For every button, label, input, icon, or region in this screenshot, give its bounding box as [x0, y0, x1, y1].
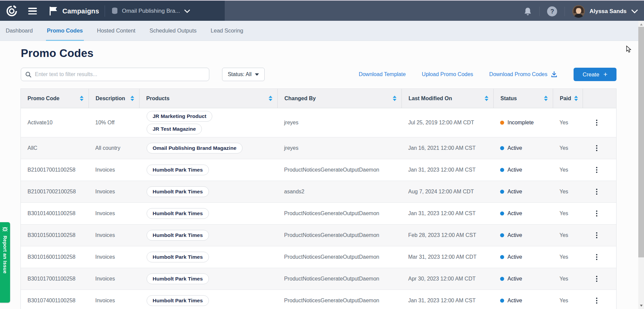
- row-actions-kebab-menu[interactable]: [594, 165, 599, 175]
- products-cell: Humbolt Park Times: [139, 159, 277, 181]
- sort-icon[interactable]: [130, 96, 135, 101]
- paid-cell-text: Yes: [559, 189, 568, 195]
- tab-scheduled-outputs[interactable]: Scheduled Outputs: [150, 21, 197, 41]
- column-header-status[interactable]: Status: [493, 89, 553, 108]
- tab-hosted-content[interactable]: Hosted Content: [97, 21, 136, 41]
- status-label: Active: [507, 298, 522, 304]
- paid-cell: Yes: [553, 268, 583, 290]
- column-header-paid[interactable]: Paid: [553, 89, 583, 108]
- tab-dashboard[interactable]: Dashboard: [6, 21, 33, 41]
- changed-by-cell-text: ProductNoticesGenerateOutputDaemon: [284, 298, 379, 304]
- download-template-link[interactable]: Download Template: [359, 71, 406, 77]
- status-dot: [500, 211, 504, 215]
- changed-by-cell-text: asands2: [284, 189, 305, 195]
- row-actions-kebab-menu[interactable]: [594, 143, 599, 153]
- row-actions-kebab-menu[interactable]: [594, 208, 599, 219]
- app-section-title: Campaigns: [62, 7, 99, 15]
- tab-promo-codes[interactable]: Promo Codes: [47, 21, 83, 41]
- last-modified-cell-text: Jan 31, 2023 12:00 AM CST: [408, 210, 476, 217]
- row-actions-kebab-menu[interactable]: [594, 274, 599, 284]
- row-actions-kebab-menu[interactable]: [594, 187, 599, 197]
- sort-icon[interactable]: [574, 96, 578, 101]
- status-cell: Active: [493, 203, 553, 224]
- report-an-issue-tab[interactable]: Report an Issue: [0, 222, 10, 303]
- description-cell-text: Invoices: [95, 254, 115, 260]
- products-cell: Humbolt Park Times: [139, 181, 277, 202]
- scrollbar-thumb[interactable]: [638, 27, 644, 257]
- sort-icon[interactable]: [268, 96, 273, 101]
- changed-by-cell-text: ProductNoticesGenerateOutputDaemon: [284, 167, 379, 173]
- scrollbar-down-arrow[interactable]: [638, 303, 644, 308]
- last-modified-cell-text: Jan 31, 2023 12:00 AM CST: [408, 298, 476, 304]
- product-pill: JR Marketing Product: [147, 111, 212, 122]
- caret-down-icon: [255, 73, 259, 76]
- status-label: Active: [507, 254, 522, 260]
- menu-hamburger-icon[interactable]: [28, 8, 37, 14]
- paid-cell: Yes: [553, 159, 583, 181]
- last-modified-cell-text: Feb 28, 2023 12:00 AM CST: [408, 232, 476, 238]
- paid-cell: Yes: [553, 246, 583, 268]
- changed-by-cell-text: ProductNoticesGenerateOutputDaemon: [284, 276, 379, 282]
- search-input[interactable]: [35, 71, 205, 77]
- description-cell-text: All country: [95, 145, 120, 151]
- column-header-description[interactable]: Description: [89, 89, 139, 108]
- actions-cell: [583, 225, 616, 246]
- description-cell-text: Invoices: [95, 167, 115, 173]
- user-menu-chevron-icon[interactable]: [631, 9, 638, 13]
- products-cell: Humbolt Park Times: [139, 225, 277, 246]
- row-actions-kebab-menu[interactable]: [594, 252, 599, 262]
- column-label: Status: [500, 96, 517, 102]
- status-label: Active: [507, 232, 522, 238]
- search-icon: [25, 71, 32, 78]
- upload-promo-codes-link[interactable]: Upload Promo Codes: [422, 71, 473, 77]
- download-promo-codes-link[interactable]: Download Promo Codes: [489, 71, 557, 78]
- sort-icon[interactable]: [544, 96, 548, 101]
- actions-cell: [583, 159, 616, 181]
- sort-icon[interactable]: [392, 96, 397, 101]
- help-icon[interactable]: ?: [547, 6, 557, 16]
- status-cell: Incomplete: [493, 108, 553, 137]
- last-modified-cell: Jan 16, 2021 12:00 AM CST: [401, 137, 493, 159]
- paid-cell-text: Yes: [559, 276, 568, 282]
- column-header-products[interactable]: Products: [139, 89, 277, 108]
- paid-cell: Yes: [553, 225, 583, 246]
- last-modified-cell: Jan 31, 2023 12:00 AM CST: [401, 159, 493, 181]
- changed-by-cell: ProductNoticesGenerateOutputDaemon: [277, 290, 401, 309]
- notifications-bell-icon[interactable]: [524, 7, 532, 16]
- status-label: Active: [507, 167, 522, 173]
- promo-code-cell-text: B301017001100258: [28, 276, 75, 282]
- filter-search-box: [21, 68, 209, 81]
- table-row: B210017002100258InvoicesHumbolt Park Tim…: [21, 181, 616, 203]
- user-avatar[interactable]: [572, 5, 585, 18]
- changed-by-cell: jreyes: [277, 137, 401, 159]
- toolbar-actions: Download Template Upload Promo Codes Dow…: [359, 68, 616, 81]
- column-header-last-modified-on[interactable]: Last Modified On: [401, 89, 493, 108]
- omeda-logo-icon: [5, 5, 18, 17]
- row-actions-kebab-menu[interactable]: [594, 118, 599, 128]
- sort-icon[interactable]: [484, 96, 489, 101]
- status-label: Active: [507, 210, 522, 217]
- table-row: B301017001100258InvoicesHumbolt Park Tim…: [21, 268, 616, 290]
- row-actions-kebab-menu[interactable]: [594, 296, 599, 306]
- tab-lead-scoring[interactable]: Lead Scoring: [211, 21, 243, 41]
- status-filter-dropdown[interactable]: Status: All: [222, 68, 265, 81]
- description-cell: Invoices: [89, 225, 139, 246]
- brand-selector-dropdown[interactable]: Omail Publishing Bra...: [111, 7, 190, 15]
- product-pill: Humbolt Park Times: [147, 252, 209, 262]
- app-logo[interactable]: [5, 5, 18, 17]
- section-nav: Dashboard Promo Codes Hosted Content Sch…: [0, 21, 644, 41]
- promo-code-cell: Activate10: [21, 108, 89, 137]
- row-actions-kebab-menu[interactable]: [594, 230, 599, 240]
- description-cell-text: Invoices: [95, 232, 115, 238]
- column-header-promo-code[interactable]: Promo Code: [21, 89, 89, 108]
- create-button[interactable]: Create +: [574, 68, 616, 81]
- status-label: Incomplete: [507, 120, 534, 126]
- changed-by-cell: ProductNoticesGenerateOutputDaemon: [277, 246, 401, 268]
- changed-by-cell-text: ProductNoticesGenerateOutputDaemon: [284, 232, 379, 238]
- products-cell: Humbolt Park Times: [139, 203, 277, 224]
- sort-icon[interactable]: [79, 96, 84, 101]
- scrollbar-up-arrow[interactable]: [638, 21, 644, 27]
- last-modified-cell: Jan 31, 2023 12:00 AM CST: [401, 203, 493, 224]
- paid-cell: Yes: [553, 203, 583, 224]
- column-header-changed-by[interactable]: Changed By: [277, 89, 401, 108]
